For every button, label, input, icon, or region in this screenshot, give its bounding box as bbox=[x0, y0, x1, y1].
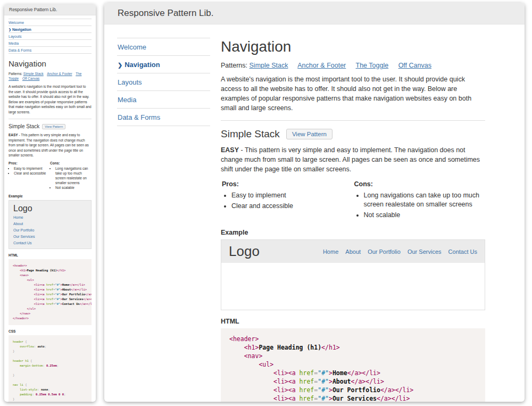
css-code-block: header { overflow: auto;} header h1 { ma… bbox=[9, 335, 92, 402]
pattern-title: Simple Stack bbox=[221, 128, 280, 140]
html-code-block: <header> <h1>Page Heading (h1)</h1> <nav… bbox=[221, 328, 485, 402]
pattern-link-anchor-footer[interactable]: Anchor & Footer bbox=[47, 72, 72, 76]
desktop-content: Welcome ❯Navigation Layouts Media Data &… bbox=[104, 24, 525, 402]
example-link-our-services[interactable]: Our Services bbox=[408, 248, 442, 255]
pattern-link-simple-stack[interactable]: Simple Stack bbox=[23, 72, 44, 76]
example-link-home[interactable]: Home bbox=[323, 248, 338, 255]
mobile-content: Welcome ❯Navigation Layouts Media Data &… bbox=[4, 15, 96, 402]
mobile-nav-item-media[interactable]: Media bbox=[9, 40, 92, 47]
difficulty-badge: EASY bbox=[9, 133, 18, 137]
example-link-contact-us[interactable]: Contact Us bbox=[448, 248, 477, 255]
chevron-right-icon: ❯ bbox=[9, 28, 11, 31]
pattern-description: EASY - This pattern is very simple and e… bbox=[221, 145, 485, 174]
pattern-link-off-canvas[interactable]: Off Canvas bbox=[398, 62, 431, 69]
patterns-label: Patterns: bbox=[9, 72, 22, 76]
css-label: CSS bbox=[9, 329, 92, 333]
cons-item: Long navigations can take up too much sc… bbox=[55, 166, 92, 185]
example-link-about[interactable]: About bbox=[345, 248, 361, 255]
site-title: Responsive Pattern Lib. bbox=[9, 7, 57, 12]
html-label: HTML bbox=[221, 318, 485, 325]
patterns-label: Patterns: bbox=[221, 62, 247, 69]
desktop-nav-item-layouts[interactable]: Layouts bbox=[117, 73, 210, 91]
pros-column: Pros: Easy to implement Clear and access… bbox=[221, 180, 353, 221]
pros-cons: Pros: Easy to implement Clear and access… bbox=[9, 161, 92, 190]
desktop-site-header: Responsive Pattern Lib. bbox=[104, 3, 525, 24]
cons-item: Long navigations can take up too much sc… bbox=[364, 191, 486, 209]
intro-paragraph: A website's navigation is the most impor… bbox=[221, 74, 485, 113]
cons-label: Cons: bbox=[353, 180, 486, 188]
mobile-site-header: Responsive Pattern Lib. bbox=[4, 4, 96, 15]
pros-item: Easy to implement bbox=[231, 191, 353, 200]
desktop-main: Navigation Patterns: Simple Stack Anchor… bbox=[221, 35, 485, 402]
pros-item: Easy to implement bbox=[14, 166, 50, 171]
example-demo-horizontal: Logo Home About Our Portfolio Our Servic… bbox=[221, 239, 485, 310]
desktop-site-nav: Welcome ❯Navigation Layouts Media Data &… bbox=[117, 38, 210, 402]
mobile-nav-item-welcome[interactable]: Welcome bbox=[9, 19, 92, 26]
view-pattern-button[interactable]: View Pattern bbox=[286, 129, 332, 139]
chevron-right-icon: ❯ bbox=[118, 62, 122, 68]
patterns-row: Patterns: Simple Stack Anchor & Footer T… bbox=[9, 71, 92, 81]
cons-column: Cons: Long navigations can take up too m… bbox=[353, 180, 486, 221]
pros-label: Pros: bbox=[9, 161, 50, 165]
example-link-home[interactable]: Home bbox=[13, 214, 87, 221]
pros-cons: Pros: Easy to implement Clear and access… bbox=[221, 180, 485, 221]
pros-item: Clear and accessible bbox=[14, 171, 50, 176]
mobile-nav-item-navigation[interactable]: ❯Navigation bbox=[9, 26, 92, 33]
pros-column: Pros: Easy to implement Clear and access… bbox=[9, 161, 50, 190]
cons-item: Not scalable bbox=[364, 211, 486, 220]
example-body bbox=[221, 263, 485, 310]
html-code-block: <header> <h1>Page Heading (h1)</h1> <nav… bbox=[9, 259, 92, 325]
view-pattern-button[interactable]: View Pattern bbox=[42, 124, 65, 129]
site-title: Responsive Pattern Lib. bbox=[118, 8, 214, 18]
pattern-description: EASY - This pattern is very simple and e… bbox=[9, 132, 92, 158]
example-link-about[interactable]: About bbox=[13, 221, 87, 227]
pros-label: Pros: bbox=[221, 180, 353, 188]
mobile-viewport-window: Responsive Pattern Lib. Welcome ❯Navigat… bbox=[4, 4, 96, 402]
html-label: HTML bbox=[9, 253, 92, 257]
difficulty-badge: EASY bbox=[221, 146, 239, 154]
pattern-heading-row: Simple Stack View Pattern bbox=[9, 123, 92, 129]
example-nav: Home About Our Portfolio Our Services Co… bbox=[318, 248, 477, 255]
mobile-nav-item-layouts[interactable]: Layouts bbox=[9, 33, 92, 40]
cons-label: Cons: bbox=[50, 161, 92, 165]
mobile-nav-item-data-forms[interactable]: Data & Forms bbox=[9, 47, 92, 54]
example-demo-stacked: Logo Home About Our Portfolio Our Servic… bbox=[9, 200, 92, 249]
example-label: Example bbox=[221, 229, 485, 236]
pattern-link-off-canvas[interactable]: Off Canvas bbox=[22, 77, 39, 80]
pattern-link-simple-stack[interactable]: Simple Stack bbox=[250, 62, 288, 69]
pattern-title: Simple Stack bbox=[9, 123, 39, 129]
divider bbox=[9, 119, 92, 119]
mobile-site-nav: Welcome ❯Navigation Layouts Media Data &… bbox=[9, 19, 92, 54]
example-link-our-portfolio[interactable]: Our Portfolio bbox=[13, 227, 87, 234]
page-title: Navigation bbox=[221, 38, 485, 55]
pros-item: Clear and accessible bbox=[231, 202, 353, 211]
desktop-viewport-window: Responsive Pattern Lib. Welcome ❯Navigat… bbox=[104, 3, 525, 402]
intro-paragraph: A website's navigation is the most impor… bbox=[9, 84, 92, 114]
desktop-nav-item-navigation[interactable]: ❯Navigation bbox=[117, 56, 210, 73]
example-link-our-portfolio[interactable]: Our Portfolio bbox=[368, 248, 401, 255]
desktop-nav-item-welcome[interactable]: Welcome bbox=[117, 38, 210, 56]
example-logo: Logo bbox=[13, 204, 87, 213]
page-title: Navigation bbox=[9, 59, 92, 68]
example-link-contact-us[interactable]: Contact Us bbox=[13, 240, 87, 246]
desktop-nav-item-media[interactable]: Media bbox=[117, 91, 210, 109]
pattern-link-the-toggle[interactable]: The Toggle bbox=[356, 62, 389, 69]
desktop-nav-item-data-forms[interactable]: Data & Forms bbox=[117, 109, 210, 126]
example-logo: Logo bbox=[229, 243, 260, 260]
pattern-link-anchor-footer[interactable]: Anchor & Footer bbox=[297, 62, 346, 69]
patterns-row: Patterns: Simple Stack Anchor & Footer T… bbox=[221, 62, 485, 69]
divider bbox=[221, 120, 485, 121]
example-link-our-services[interactable]: Our Services bbox=[13, 234, 87, 240]
cons-item: Not scalable bbox=[55, 185, 92, 190]
example-label: Example bbox=[9, 194, 92, 198]
cons-column: Cons: Long navigations can take up too m… bbox=[50, 161, 92, 190]
example-header: Logo Home About Our Portfolio Our Servic… bbox=[221, 240, 485, 263]
pattern-heading-row: Simple Stack View Pattern bbox=[221, 128, 485, 140]
